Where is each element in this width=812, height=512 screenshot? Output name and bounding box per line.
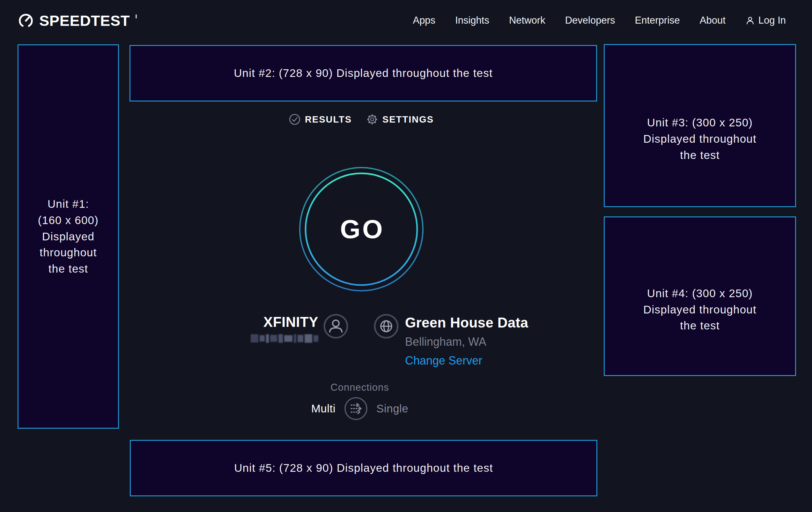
ad-unit-1-label: Unit #1: (160 x 600) Displayed throughou… xyxy=(36,196,100,277)
change-server-link[interactable]: Change Server xyxy=(405,354,528,368)
gear-icon xyxy=(367,114,378,125)
nav-item-insights[interactable]: Insights xyxy=(455,15,489,26)
nav-item-enterprise[interactable]: Enterprise xyxy=(635,15,679,26)
isp-name: XFINITY xyxy=(248,314,318,330)
ad-unit-4-label: Unit #4: (300 x 250) Displayed throughou… xyxy=(639,286,761,334)
ad-unit-4[interactable]: Unit #4: (300 x 250) Displayed throughou… xyxy=(604,216,796,376)
login-label: Log In xyxy=(758,15,786,26)
ad-unit-2-label: Unit #2: (728 x 90) Displayed throughout… xyxy=(234,65,493,81)
server-block: Green House Data Bellingham, WA Change S… xyxy=(405,315,528,368)
settings-label: SETTINGS xyxy=(382,114,434,125)
trademark-mark xyxy=(136,15,137,19)
check-circle-icon xyxy=(289,114,300,125)
go-button[interactable]: GO xyxy=(299,167,424,292)
nav-item-apps[interactable]: Apps xyxy=(413,15,435,26)
go-label: GO xyxy=(299,167,424,292)
server-location: Bellingham, WA xyxy=(405,335,528,349)
ad-unit-5[interactable]: Unit #5: (728 x 90) Displayed throughout… xyxy=(130,440,597,496)
connections-row: Multi Single xyxy=(0,397,720,421)
results-button[interactable]: RESULTS xyxy=(289,114,352,125)
gauge-icon xyxy=(18,12,34,29)
nav-item-about[interactable]: About xyxy=(700,15,726,26)
ad-unit-2[interactable]: Unit #2: (728 x 90) Displayed throughout… xyxy=(129,45,597,102)
ad-unit-1[interactable]: Unit #1: (160 x 600) Displayed throughou… xyxy=(18,44,119,429)
isp-user-icon xyxy=(323,314,348,339)
speedtest-logo[interactable]: SPEEDTEST xyxy=(18,12,137,29)
server-globe-icon xyxy=(374,314,399,339)
connections-label: Connections xyxy=(0,382,720,393)
redacted-ip xyxy=(248,333,318,343)
ad-unit-5-label: Unit #5: (728 x 90) Displayed throughout… xyxy=(234,460,493,476)
login-button[interactable]: Log In xyxy=(745,15,786,26)
top-nav: SPEEDTEST Apps Insights Network Develope… xyxy=(0,0,812,41)
server-name: Green House Data xyxy=(405,315,528,331)
isp-block: XFINITY xyxy=(248,314,318,343)
speedtest-page: SPEEDTEST Apps Insights Network Develope… xyxy=(0,0,812,512)
nav-links: Apps Insights Network Developers Enterpr… xyxy=(413,15,786,26)
user-icon xyxy=(745,16,755,25)
nav-item-network[interactable]: Network xyxy=(509,15,545,26)
results-label: RESULTS xyxy=(305,114,352,125)
connections-multi-option[interactable]: Multi xyxy=(311,402,336,415)
nav-item-developers[interactable]: Developers xyxy=(565,15,615,26)
connections-toggle-icon[interactable] xyxy=(344,397,368,421)
logo-text: SPEEDTEST xyxy=(39,13,130,28)
connections-single-option[interactable]: Single xyxy=(376,402,408,415)
results-settings-toolbar: RESULTS xyxy=(0,114,723,125)
settings-button[interactable]: SETTINGS xyxy=(367,114,434,125)
ad-unit-3[interactable]: Unit #3: (300 x 250) Displayed throughou… xyxy=(604,44,796,207)
